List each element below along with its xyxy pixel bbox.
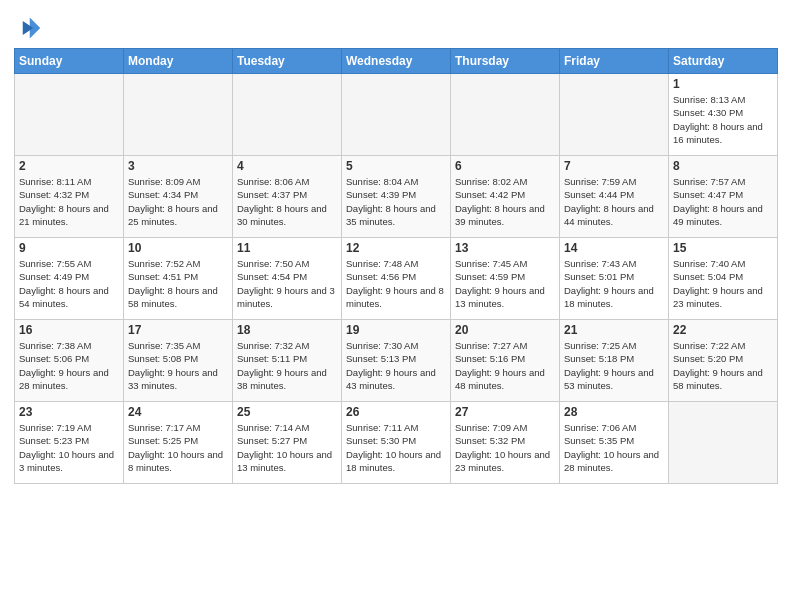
day-info: Sunrise: 7:50 AM Sunset: 4:54 PM Dayligh… (237, 257, 337, 310)
calendar-cell (669, 402, 778, 484)
day-number: 26 (346, 405, 446, 419)
day-info: Sunrise: 7:45 AM Sunset: 4:59 PM Dayligh… (455, 257, 555, 310)
calendar-cell (560, 74, 669, 156)
calendar-cell (15, 74, 124, 156)
day-number: 1 (673, 77, 773, 91)
day-number: 4 (237, 159, 337, 173)
calendar-cell: 1Sunrise: 8:13 AM Sunset: 4:30 PM Daylig… (669, 74, 778, 156)
day-info: Sunrise: 7:32 AM Sunset: 5:11 PM Dayligh… (237, 339, 337, 392)
day-info: Sunrise: 7:38 AM Sunset: 5:06 PM Dayligh… (19, 339, 119, 392)
calendar-cell: 21Sunrise: 7:25 AM Sunset: 5:18 PM Dayli… (560, 320, 669, 402)
calendar-cell: 10Sunrise: 7:52 AM Sunset: 4:51 PM Dayli… (124, 238, 233, 320)
page: SundayMondayTuesdayWednesdayThursdayFrid… (0, 0, 792, 612)
day-number: 24 (128, 405, 228, 419)
calendar-cell: 6Sunrise: 8:02 AM Sunset: 4:42 PM Daylig… (451, 156, 560, 238)
day-number: 9 (19, 241, 119, 255)
weekday-header-tuesday: Tuesday (233, 49, 342, 74)
week-row-2: 9Sunrise: 7:55 AM Sunset: 4:49 PM Daylig… (15, 238, 778, 320)
day-info: Sunrise: 7:17 AM Sunset: 5:25 PM Dayligh… (128, 421, 228, 474)
day-info: Sunrise: 7:48 AM Sunset: 4:56 PM Dayligh… (346, 257, 446, 310)
day-info: Sunrise: 7:55 AM Sunset: 4:49 PM Dayligh… (19, 257, 119, 310)
calendar-cell: 27Sunrise: 7:09 AM Sunset: 5:32 PM Dayli… (451, 402, 560, 484)
day-info: Sunrise: 7:27 AM Sunset: 5:16 PM Dayligh… (455, 339, 555, 392)
day-info: Sunrise: 8:06 AM Sunset: 4:37 PM Dayligh… (237, 175, 337, 228)
calendar-cell (451, 74, 560, 156)
day-info: Sunrise: 7:43 AM Sunset: 5:01 PM Dayligh… (564, 257, 664, 310)
day-info: Sunrise: 7:09 AM Sunset: 5:32 PM Dayligh… (455, 421, 555, 474)
day-info: Sunrise: 7:14 AM Sunset: 5:27 PM Dayligh… (237, 421, 337, 474)
calendar-cell: 28Sunrise: 7:06 AM Sunset: 5:35 PM Dayli… (560, 402, 669, 484)
weekday-header-sunday: Sunday (15, 49, 124, 74)
calendar-cell: 16Sunrise: 7:38 AM Sunset: 5:06 PM Dayli… (15, 320, 124, 402)
day-number: 17 (128, 323, 228, 337)
calendar-cell: 13Sunrise: 7:45 AM Sunset: 4:59 PM Dayli… (451, 238, 560, 320)
calendar-cell: 4Sunrise: 8:06 AM Sunset: 4:37 PM Daylig… (233, 156, 342, 238)
day-number: 19 (346, 323, 446, 337)
day-info: Sunrise: 7:40 AM Sunset: 5:04 PM Dayligh… (673, 257, 773, 310)
day-number: 21 (564, 323, 664, 337)
calendar-cell: 14Sunrise: 7:43 AM Sunset: 5:01 PM Dayli… (560, 238, 669, 320)
logo-icon (14, 14, 42, 42)
calendar-cell: 20Sunrise: 7:27 AM Sunset: 5:16 PM Dayli… (451, 320, 560, 402)
weekday-header-wednesday: Wednesday (342, 49, 451, 74)
day-number: 23 (19, 405, 119, 419)
day-info: Sunrise: 8:04 AM Sunset: 4:39 PM Dayligh… (346, 175, 446, 228)
day-number: 25 (237, 405, 337, 419)
calendar-cell: 15Sunrise: 7:40 AM Sunset: 5:04 PM Dayli… (669, 238, 778, 320)
day-info: Sunrise: 7:30 AM Sunset: 5:13 PM Dayligh… (346, 339, 446, 392)
day-number: 22 (673, 323, 773, 337)
calendar-cell: 26Sunrise: 7:11 AM Sunset: 5:30 PM Dayli… (342, 402, 451, 484)
calendar-cell: 22Sunrise: 7:22 AM Sunset: 5:20 PM Dayli… (669, 320, 778, 402)
calendar-cell: 8Sunrise: 7:57 AM Sunset: 4:47 PM Daylig… (669, 156, 778, 238)
day-number: 13 (455, 241, 555, 255)
day-number: 8 (673, 159, 773, 173)
day-number: 15 (673, 241, 773, 255)
week-row-3: 16Sunrise: 7:38 AM Sunset: 5:06 PM Dayli… (15, 320, 778, 402)
weekday-header-saturday: Saturday (669, 49, 778, 74)
calendar-cell: 23Sunrise: 7:19 AM Sunset: 5:23 PM Dayli… (15, 402, 124, 484)
day-number: 18 (237, 323, 337, 337)
calendar-cell: 17Sunrise: 7:35 AM Sunset: 5:08 PM Dayli… (124, 320, 233, 402)
calendar-cell: 2Sunrise: 8:11 AM Sunset: 4:32 PM Daylig… (15, 156, 124, 238)
week-row-4: 23Sunrise: 7:19 AM Sunset: 5:23 PM Dayli… (15, 402, 778, 484)
day-number: 16 (19, 323, 119, 337)
day-info: Sunrise: 7:22 AM Sunset: 5:20 PM Dayligh… (673, 339, 773, 392)
weekday-header-thursday: Thursday (451, 49, 560, 74)
weekday-header-row: SundayMondayTuesdayWednesdayThursdayFrid… (15, 49, 778, 74)
calendar-cell: 25Sunrise: 7:14 AM Sunset: 5:27 PM Dayli… (233, 402, 342, 484)
day-info: Sunrise: 7:57 AM Sunset: 4:47 PM Dayligh… (673, 175, 773, 228)
day-number: 27 (455, 405, 555, 419)
calendar-cell: 7Sunrise: 7:59 AM Sunset: 4:44 PM Daylig… (560, 156, 669, 238)
day-number: 11 (237, 241, 337, 255)
weekday-header-friday: Friday (560, 49, 669, 74)
day-number: 12 (346, 241, 446, 255)
day-number: 7 (564, 159, 664, 173)
calendar-cell: 12Sunrise: 7:48 AM Sunset: 4:56 PM Dayli… (342, 238, 451, 320)
day-info: Sunrise: 8:13 AM Sunset: 4:30 PM Dayligh… (673, 93, 773, 146)
calendar-cell: 24Sunrise: 7:17 AM Sunset: 5:25 PM Dayli… (124, 402, 233, 484)
calendar-cell: 11Sunrise: 7:50 AM Sunset: 4:54 PM Dayli… (233, 238, 342, 320)
calendar-cell: 9Sunrise: 7:55 AM Sunset: 4:49 PM Daylig… (15, 238, 124, 320)
week-row-1: 2Sunrise: 8:11 AM Sunset: 4:32 PM Daylig… (15, 156, 778, 238)
calendar-cell (124, 74, 233, 156)
calendar-cell (342, 74, 451, 156)
header (14, 10, 778, 42)
calendar-cell: 3Sunrise: 8:09 AM Sunset: 4:34 PM Daylig… (124, 156, 233, 238)
weekday-header-monday: Monday (124, 49, 233, 74)
day-number: 14 (564, 241, 664, 255)
day-number: 2 (19, 159, 119, 173)
day-number: 5 (346, 159, 446, 173)
day-info: Sunrise: 8:11 AM Sunset: 4:32 PM Dayligh… (19, 175, 119, 228)
calendar: SundayMondayTuesdayWednesdayThursdayFrid… (14, 48, 778, 484)
day-number: 20 (455, 323, 555, 337)
calendar-cell: 5Sunrise: 8:04 AM Sunset: 4:39 PM Daylig… (342, 156, 451, 238)
day-info: Sunrise: 7:06 AM Sunset: 5:35 PM Dayligh… (564, 421, 664, 474)
day-info: Sunrise: 7:35 AM Sunset: 5:08 PM Dayligh… (128, 339, 228, 392)
day-info: Sunrise: 7:52 AM Sunset: 4:51 PM Dayligh… (128, 257, 228, 310)
calendar-cell (233, 74, 342, 156)
week-row-0: 1Sunrise: 8:13 AM Sunset: 4:30 PM Daylig… (15, 74, 778, 156)
day-info: Sunrise: 7:25 AM Sunset: 5:18 PM Dayligh… (564, 339, 664, 392)
calendar-cell: 19Sunrise: 7:30 AM Sunset: 5:13 PM Dayli… (342, 320, 451, 402)
day-number: 28 (564, 405, 664, 419)
day-info: Sunrise: 8:09 AM Sunset: 4:34 PM Dayligh… (128, 175, 228, 228)
